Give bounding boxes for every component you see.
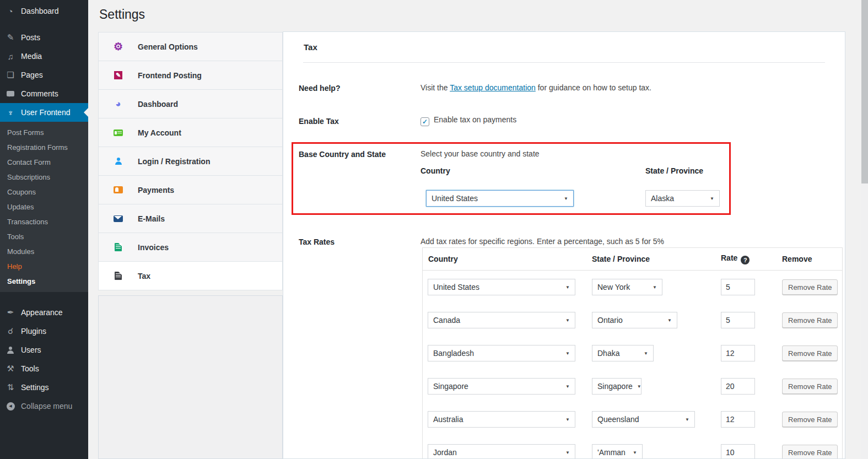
table-row: Canada▼ Ontario▼ Remove Rate	[423, 304, 842, 337]
sidebar-item-collapse-menu[interactable]: ◀ Collapse menu	[0, 397, 88, 415]
remove-rate-button[interactable]: Remove Rate	[782, 345, 838, 361]
row-country-select[interactable]: Singapore▼	[428, 378, 575, 395]
submenu-item-registration-forms[interactable]: Registration Forms	[0, 140, 88, 155]
remove-rate-button[interactable]: Remove Rate	[782, 445, 838, 459]
sidebar-item-appearance[interactable]: ✒ Appearance	[0, 303, 88, 322]
tab-frontend-posting[interactable]: ✎ Frontend Posting	[99, 61, 282, 90]
rate-input[interactable]	[721, 378, 755, 395]
row-country-select[interactable]: Canada▼	[428, 312, 575, 328]
submenu-item-modules[interactable]: Modules	[0, 244, 88, 259]
scrollbar-thumb[interactable]	[861, 0, 868, 183]
base-state-select[interactable]: Alaska ▼	[645, 190, 720, 207]
submenu-item-contact-form[interactable]: Contact Form	[0, 155, 88, 170]
chevron-down-icon: ▼	[565, 285, 570, 290]
tab-invoices[interactable]: Invoices	[99, 233, 282, 262]
sidebar-item-label: Users	[21, 345, 41, 354]
panel-title: Tax	[283, 32, 845, 62]
tax-rates-label: Tax Rates	[299, 237, 335, 246]
panel-divider	[303, 62, 825, 63]
chevron-down-icon: ▼	[685, 417, 689, 422]
sidebar-item-settings[interactable]: ⇅ Settings	[0, 378, 88, 397]
submenu-item-transactions[interactable]: Transactions	[0, 214, 88, 229]
sidebar-item-posts[interactable]: ✎ Posts	[0, 28, 88, 47]
row-state-select[interactable]: Ontario▼	[592, 312, 677, 328]
submenu-item-tools[interactable]: Tools	[0, 229, 88, 244]
need-help-label: Need help?	[299, 84, 340, 93]
person-icon	[5, 347, 16, 354]
row-state-select[interactable]: Queensland▼	[592, 411, 695, 428]
tax-rates-table: Country State / Province Rate? Remove Un…	[422, 247, 843, 459]
submenu-item-settings[interactable]: Settings	[0, 274, 88, 289]
tab-label: Payments	[138, 186, 174, 195]
chevron-down-icon: ▼	[644, 351, 648, 356]
rate-input[interactable]	[721, 444, 755, 459]
sidebar-item-label: Settings	[21, 383, 49, 392]
table-row: Bangladesh▼ Dhaka▼ Remove Rate	[423, 337, 842, 370]
tax-document-icon	[113, 271, 123, 280]
submenu-item-coupons[interactable]: Coupons	[0, 185, 88, 199]
submenu-item-help[interactable]: Help	[0, 259, 88, 274]
sidebar-item-plugins[interactable]: ☌ Plugins	[0, 322, 88, 341]
tab-label: E-Mails	[138, 214, 165, 223]
tab-login-registration[interactable]: Login / Registration	[99, 147, 282, 176]
remove-rate-button[interactable]: Remove Rate	[782, 279, 838, 295]
tax-setup-documentation-link[interactable]: Tax setup documentation	[450, 83, 536, 92]
tab-my-account[interactable]: My Account	[99, 118, 282, 147]
sidebar-item-label: Tools	[21, 364, 39, 373]
sidebar-item-pages[interactable]: ❏ Pages	[0, 66, 88, 84]
submenu-item-post-forms[interactable]: Post Forms	[0, 125, 88, 140]
sidebar-item-tools[interactable]: ⚒ Tools	[0, 359, 88, 378]
sidebar-item-comments[interactable]: Comments	[0, 84, 88, 103]
remove-rate-button[interactable]: Remove Rate	[782, 379, 838, 394]
chevron-down-icon: ▼	[565, 318, 570, 323]
tax-settings-panel: Tax Need help? Visit the Tax setup docum…	[283, 31, 845, 459]
tab-payments[interactable]: Payments	[99, 176, 282, 204]
row-country-select[interactable]: Australia▼	[428, 411, 575, 428]
base-state-column-label: State / Province	[645, 166, 703, 175]
base-country-select[interactable]: United States ▼	[426, 190, 574, 207]
row-state-select[interactable]: 'Amman▼	[592, 444, 643, 459]
enable-tax-checkbox[interactable]: ✓	[420, 117, 429, 126]
rate-input[interactable]	[721, 312, 755, 328]
enable-tax-checkbox-label: Enable tax on payments	[434, 115, 516, 124]
sidebar-item-label: Plugins	[21, 327, 46, 336]
sidebar-separator	[0, 20, 88, 28]
header-state: State / Province	[592, 255, 721, 263]
row-country-select[interactable]: United States▼	[428, 279, 575, 295]
sidebar-item-label: Dashboard	[21, 7, 59, 15]
sidebar-item-media[interactable]: ♫ Media	[0, 47, 88, 66]
scrollbar-track[interactable]	[861, 0, 868, 459]
plug-icon: ☌	[5, 326, 16, 336]
tab-label: Dashboard	[138, 100, 178, 109]
tab-tax[interactable]: Tax	[99, 262, 282, 290]
row-state-select[interactable]: New York▼	[592, 279, 662, 295]
sidebar-item-users[interactable]: Users	[0, 341, 88, 359]
tab-label: Invoices	[138, 243, 169, 252]
row-state-select[interactable]: Dhaka▼	[592, 345, 654, 361]
tab-general-options[interactable]: ⚙ General Options	[99, 33, 282, 61]
remove-rate-button[interactable]: Remove Rate	[782, 412, 838, 427]
pencil-square-icon: ✎	[113, 71, 123, 80]
rate-input[interactable]	[721, 345, 755, 361]
enable-tax-label: Enable Tax	[299, 117, 339, 126]
sidebar-lower-group: ✒ Appearance ☌ Plugins Users ⚒ Tools ⇅ S…	[0, 303, 88, 415]
submenu-item-subscriptions[interactable]: Subscriptions	[0, 170, 88, 185]
wrench-icon: ⚒	[5, 364, 16, 374]
submenu-item-updates[interactable]: Updates	[0, 199, 88, 214]
sidebar-item-dashboard[interactable]: ◔ Dashboard	[0, 2, 88, 20]
chevron-down-icon: ▼	[565, 450, 570, 455]
pages-icon: ❏	[5, 70, 16, 80]
row-country-select[interactable]: Jordan▼	[428, 444, 575, 459]
user-frontend-submenu: Post Forms Registration Forms Contact Fo…	[0, 122, 88, 292]
tab-dashboard[interactable]: ◕ Dashboard	[99, 90, 282, 118]
row-state-select[interactable]: Singapore▼	[592, 378, 641, 395]
gear-icon: ⚙	[113, 42, 123, 51]
sidebar-item-user-frontend[interactable]: ♆ User Frontend	[0, 103, 88, 122]
chevron-down-icon: ▼	[633, 450, 637, 455]
tab-emails[interactable]: E-Mails	[99, 204, 282, 233]
help-question-icon[interactable]: ?	[741, 256, 750, 264]
rate-input[interactable]	[721, 279, 755, 295]
remove-rate-button[interactable]: Remove Rate	[782, 312, 838, 328]
row-country-select[interactable]: Bangladesh▼	[428, 345, 575, 361]
rate-input[interactable]	[721, 411, 755, 428]
